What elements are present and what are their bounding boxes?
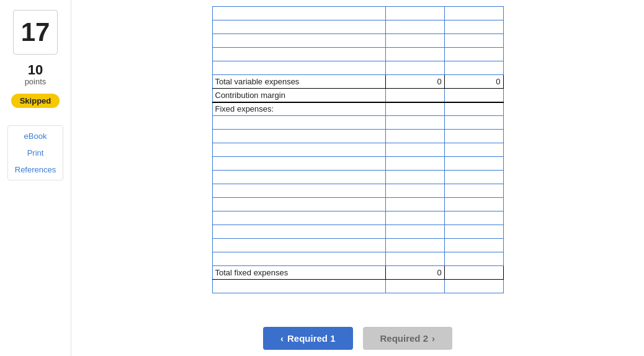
input-field[interactable] bbox=[445, 157, 503, 170]
input-field[interactable] bbox=[445, 61, 503, 74]
ebook-link[interactable]: eBook bbox=[8, 130, 63, 143]
sidebar-links: eBook Print References bbox=[7, 125, 63, 180]
question-number: 17 bbox=[13, 10, 58, 55]
input-cell[interactable] bbox=[385, 116, 444, 130]
contribution-margin-label: Contribution margin bbox=[212, 89, 385, 102]
input-cell[interactable] bbox=[444, 184, 503, 198]
input-cell[interactable] bbox=[444, 130, 503, 143]
input-field[interactable] bbox=[386, 184, 444, 197]
contribution-margin-row: Contribution margin bbox=[212, 89, 503, 102]
total-variable-col2: 0 bbox=[444, 75, 503, 89]
input-field[interactable] bbox=[445, 266, 503, 279]
input-field[interactable] bbox=[445, 20, 503, 33]
input-field[interactable] bbox=[386, 198, 444, 211]
input-cell[interactable] bbox=[385, 171, 444, 184]
input-cell[interactable] bbox=[385, 48, 444, 61]
total-fixed-label: Total fixed expenses bbox=[212, 266, 385, 280]
input-field[interactable] bbox=[445, 239, 503, 252]
input-field[interactable] bbox=[386, 20, 444, 33]
input-cell[interactable] bbox=[385, 7, 444, 20]
input-cell[interactable] bbox=[385, 211, 444, 225]
input-field[interactable] bbox=[445, 103, 503, 116]
fixed-header-col2[interactable] bbox=[444, 102, 503, 116]
input-field[interactable] bbox=[445, 130, 503, 143]
input-cell[interactable] bbox=[385, 225, 444, 239]
points-label: points bbox=[25, 77, 47, 86]
input-field[interactable] bbox=[445, 280, 503, 293]
input-field[interactable] bbox=[386, 7, 444, 20]
input-field[interactable] bbox=[386, 34, 444, 47]
input-cell[interactable] bbox=[385, 157, 444, 171]
empty-label bbox=[212, 252, 385, 266]
navigation-footer: ‹ Required 1 Required 2 › bbox=[81, 318, 634, 350]
required-2-button: Required 2 › bbox=[363, 327, 453, 350]
input-cell[interactable] bbox=[444, 143, 503, 157]
input-field[interactable] bbox=[445, 211, 503, 225]
input-field[interactable] bbox=[386, 130, 444, 143]
input-cell[interactable] bbox=[385, 61, 444, 75]
input-cell[interactable] bbox=[385, 198, 444, 211]
input-cell[interactable] bbox=[444, 7, 503, 20]
references-link[interactable]: References bbox=[8, 163, 63, 176]
input-cell[interactable] bbox=[444, 198, 503, 211]
row-label bbox=[212, 7, 385, 20]
input-field[interactable] bbox=[445, 225, 503, 238]
input-cell[interactable] bbox=[444, 171, 503, 184]
total-variable-label: Total variable expenses bbox=[212, 75, 385, 89]
input-field[interactable] bbox=[386, 48, 444, 61]
input-field[interactable] bbox=[386, 171, 444, 184]
row-label bbox=[212, 130, 385, 143]
input-field[interactable] bbox=[386, 103, 444, 116]
input-field[interactable] bbox=[386, 116, 444, 129]
required-1-button[interactable]: ‹ Required 1 bbox=[263, 327, 353, 350]
input-cell[interactable] bbox=[444, 157, 503, 171]
contribution-input2[interactable] bbox=[445, 89, 503, 102]
input-field[interactable] bbox=[445, 184, 503, 197]
fixed-header-col1[interactable] bbox=[385, 102, 444, 116]
print-link[interactable]: Print bbox=[8, 146, 63, 159]
input-cell[interactable] bbox=[385, 34, 444, 48]
fixed-expenses-label: Fixed expenses: bbox=[212, 102, 385, 116]
input-field[interactable] bbox=[445, 143, 503, 156]
input-cell[interactable] bbox=[444, 61, 503, 75]
input-field[interactable] bbox=[386, 211, 444, 225]
input-cell[interactable] bbox=[444, 239, 503, 252]
total-variable-expenses-row: Total variable expenses 0 0 bbox=[212, 75, 503, 89]
input-field[interactable] bbox=[445, 116, 503, 129]
input-cell[interactable] bbox=[444, 211, 503, 225]
input-field[interactable] bbox=[386, 280, 444, 293]
input-cell[interactable] bbox=[444, 280, 503, 293]
input-cell[interactable] bbox=[385, 20, 444, 34]
contribution-input1[interactable] bbox=[386, 89, 444, 102]
table-row bbox=[212, 211, 503, 225]
input-cell[interactable] bbox=[385, 184, 444, 198]
input-cell[interactable] bbox=[385, 239, 444, 252]
input-cell[interactable] bbox=[444, 225, 503, 239]
empty-col2 bbox=[444, 252, 503, 266]
input-field[interactable] bbox=[386, 61, 444, 74]
input-cell[interactable] bbox=[385, 143, 444, 157]
input-field[interactable] bbox=[445, 48, 503, 61]
contribution-col2[interactable] bbox=[444, 89, 503, 102]
input-cell[interactable] bbox=[444, 20, 503, 34]
total-fixed-col2[interactable] bbox=[444, 266, 503, 280]
row-label bbox=[212, 143, 385, 157]
input-field[interactable] bbox=[386, 143, 444, 156]
input-cell[interactable] bbox=[385, 280, 444, 293]
table-row bbox=[212, 184, 503, 198]
input-field[interactable] bbox=[445, 171, 503, 184]
input-cell[interactable] bbox=[444, 48, 503, 61]
row-label bbox=[212, 157, 385, 171]
input-cell[interactable] bbox=[385, 130, 444, 143]
contribution-col1[interactable] bbox=[385, 89, 444, 102]
input-field[interactable] bbox=[445, 7, 503, 20]
input-cell[interactable] bbox=[444, 116, 503, 130]
input-field[interactable] bbox=[445, 198, 503, 211]
input-field[interactable] bbox=[445, 34, 503, 47]
input-cell[interactable] bbox=[444, 34, 503, 48]
input-field[interactable] bbox=[386, 225, 444, 238]
input-field[interactable] bbox=[386, 239, 444, 252]
table-row bbox=[212, 280, 503, 293]
table-row bbox=[212, 48, 503, 61]
input-field[interactable] bbox=[386, 157, 444, 170]
